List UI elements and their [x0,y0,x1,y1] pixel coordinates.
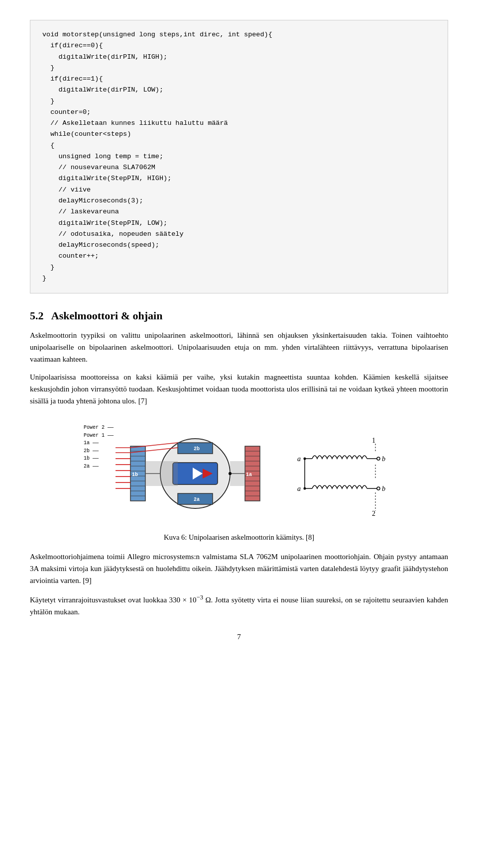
code-line-13: // nousevareuna SLA7062M [42,164,155,171]
paragraph-2: Unipolaarisissa moottoreissa on kaksi kä… [30,371,448,407]
code-line-1: void motorstep(unsigned long steps,int d… [42,31,272,38]
svg-text:1: 1 [372,437,375,444]
svg-text:1a: 1a [246,472,252,478]
motor-coil-diagram: 1 a b a [295,424,394,523]
code-block: void motorstep(unsigned long steps,int d… [30,20,448,293]
code-line-12: unsigned long temp = time; [42,153,163,160]
code-line-20: delayMicroseconds(speed); [42,241,159,249]
section-title: Askelmoottori & ohjain [51,309,163,322]
svg-text:b: b [382,485,385,492]
code-line-14: digitalWrite(StepPIN, HIGH); [42,175,171,182]
motor-schematic-left: Power 2 —— Power 1 —— 1a —— 2b —— 1b —— … [84,419,275,528]
coil-circuit-svg: 1 a b a [295,434,394,523]
code-line-15: // viive [42,186,91,193]
code-line-18: digitalWrite(StepPIN, LOW); [42,219,167,227]
code-line-6: digitalWrite(dirPIN, LOW); [42,86,163,94]
code-line-7: } [42,97,54,105]
paragraph-1: Askelmoottorin tyypiksi on valittu unipo… [30,329,448,365]
section-heading: 5.2 Askelmoottori & ohjain [30,309,448,322]
label-power1: Power 1 —— [84,432,114,440]
code-line-4: } [42,64,54,72]
code-line-23: } [42,275,46,282]
svg-text:a: a [297,455,301,463]
label-2b: 2b —— [84,447,114,455]
section-number: 5.2 [30,309,44,322]
page-number: 7 [30,633,448,641]
svg-text:a: a [297,485,301,492]
code-line-16: delayMicroseconds(3); [42,197,143,204]
figure-stepper-motor: Power 2 —— Power 1 —— 1a —— 2b —— 1b —— … [30,419,448,528]
code-line-8: counter=0; [42,108,91,116]
svg-point-61 [377,487,380,490]
code-line-5: if(direc==1){ [42,75,103,83]
svg-text:2a: 2a [194,497,200,502]
svg-point-52 [377,457,380,460]
motor-diagram-svg: 2b 2a 1b 1a [116,419,275,528]
svg-text:1b: 1b [132,472,138,478]
code-line-10: while(counter<steps) [42,130,131,138]
page-content: void motorstep(unsigned long steps,int d… [0,0,478,671]
code-line-22: } [42,264,54,271]
label-power2: Power 2 —— [84,424,114,432]
code-line-11: { [42,142,54,149]
code-line-9: // Askelletaan kunnes liikuttu haluttu m… [42,119,228,127]
code-line-19: // odotusaika, nopeuden säätely [42,230,184,238]
paragraph-4: Käytetyt virranrajoitusvastukset ovat lu… [30,592,448,618]
wiring-labels: Power 2 —— Power 1 —— 1a —— 2b —— 1b —— … [84,419,114,470]
paragraph-3: Askelmoottoriohjaimena toimii Allegro mi… [30,551,448,586]
svg-point-47 [229,472,232,475]
code-line-17: // laskevareuna [42,208,119,215]
code-line-3: digitalWrite(dirPIN, HIGH); [42,53,167,61]
figure-caption: Kuva 6: Unipolaarisen askelmoottorin kää… [30,533,448,542]
svg-text:2: 2 [372,510,375,517]
label-2a: 2a —— [84,463,114,471]
label-1b: 1b —— [84,455,114,463]
svg-line-37 [130,443,178,448]
code-line-2: if(direc==0){ [42,42,103,49]
svg-text:2b: 2b [194,446,200,452]
svg-text:b: b [382,455,385,463]
label-1a: 1a —— [84,439,114,447]
code-line-21: counter++; [42,252,99,260]
